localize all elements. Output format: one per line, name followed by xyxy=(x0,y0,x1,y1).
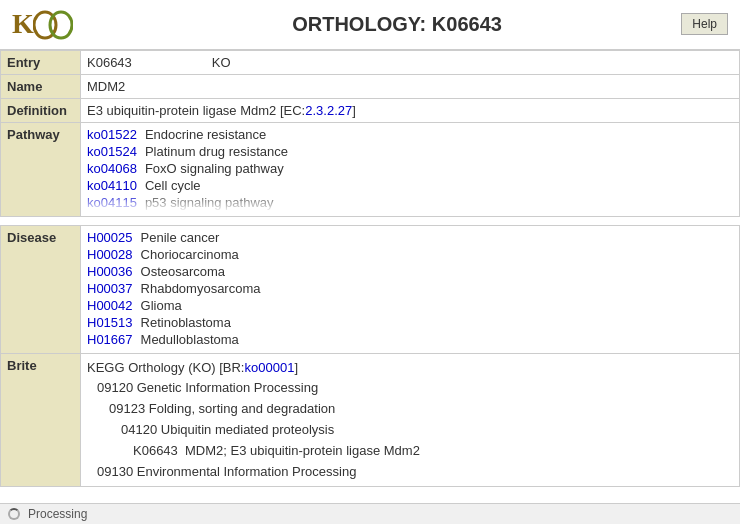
disease-desc: Choriocarcinoma xyxy=(141,247,239,262)
main-table: Entry K06643 KO Name MDM2 Definition E3 … xyxy=(0,50,740,488)
list-item: ko04068 FoxO signaling pathway xyxy=(87,161,733,176)
pathway-link[interactable]: ko04115 xyxy=(87,195,137,210)
disease-desc: Glioma xyxy=(141,298,182,313)
definition-label: Definition xyxy=(1,98,81,122)
pathway-desc: p53 signaling pathway xyxy=(145,195,274,210)
pathway-link[interactable]: ko04110 xyxy=(87,178,137,193)
logo-gg xyxy=(33,8,73,41)
logo-area: K xyxy=(12,8,73,41)
pathway-link[interactable]: ko01522 xyxy=(87,127,137,142)
disease-link[interactable]: H01667 xyxy=(87,332,133,347)
pathway-desc: Endocrine resistance xyxy=(145,127,266,142)
disease-desc: Penile cancer xyxy=(141,230,220,245)
disease-link[interactable]: H00036 xyxy=(87,264,133,279)
name-row: Name MDM2 xyxy=(1,74,740,98)
pathway-link[interactable]: ko01524 xyxy=(87,144,137,159)
pathway-row: Pathway ko01522 Endocrine resistance ko0… xyxy=(1,122,740,216)
brite-row: Brite KEGG Orthology (KO) [BR:ko00001] 0… xyxy=(1,353,740,487)
pathway-desc: Platinum drug resistance xyxy=(145,144,288,159)
brite-content: KEGG Orthology (KO) [BR:ko00001] 09120 G… xyxy=(87,358,733,483)
list-item: ko01522 Endocrine resistance xyxy=(87,127,733,142)
pathway-link[interactable]: ko04068 xyxy=(87,161,137,176)
disease-desc: Rhabdomyosarcoma xyxy=(141,281,261,296)
disease-value: H00025 Penile cancer H00028 Choriocarcin… xyxy=(81,225,740,353)
entry-value: K06643 KO xyxy=(81,50,740,74)
pathway-desc: Cell cycle xyxy=(145,178,201,193)
pathway-label: Pathway xyxy=(1,122,81,216)
name-label: Name xyxy=(1,74,81,98)
disease-link[interactable]: H00025 xyxy=(87,230,133,245)
disease-label: Disease xyxy=(1,225,81,353)
disease-link[interactable]: H01513 xyxy=(87,315,133,330)
disease-link[interactable]: H00037 xyxy=(87,281,133,296)
pathway-value: ko01522 Endocrine resistance ko01524 Pla… xyxy=(81,122,740,216)
entry-type: KO xyxy=(212,55,231,70)
list-item: K06643 MDM2; E3 ubiquitin-protein ligase… xyxy=(87,441,733,462)
list-item: H01667 Medulloblastoma xyxy=(87,332,733,347)
processing-spinner xyxy=(8,508,20,520)
ec-link[interactable]: 2.3.2.27 xyxy=(305,103,352,118)
help-button[interactable]: Help xyxy=(681,13,728,35)
brite-value: KEGG Orthology (KO) [BR:ko00001] 09120 G… xyxy=(81,353,740,487)
disease-link[interactable]: H00028 xyxy=(87,247,133,262)
spacer-row xyxy=(1,216,740,225)
list-item: H00036 Osteosarcoma xyxy=(87,264,733,279)
pathway-container: ko01522 Endocrine resistance ko01524 Pla… xyxy=(87,127,733,212)
entry-label: Entry xyxy=(1,50,81,74)
processing-label: Processing xyxy=(28,507,87,521)
brite-label: Brite xyxy=(1,353,81,487)
list-item: ko04115 p53 signaling pathway xyxy=(87,195,733,210)
list-item: 09120 Genetic Information Processing xyxy=(87,378,733,399)
list-item: H00037 Rhabdomyosarcoma xyxy=(87,281,733,296)
brite-link[interactable]: ko00001 xyxy=(245,360,295,375)
list-item: ko01524 Platinum drug resistance xyxy=(87,144,733,159)
definition-value: E3 ubiquitin-protein ligase Mdm2 [EC:2.3… xyxy=(81,98,740,122)
list-item: KEGG Orthology (KO) [BR:ko00001] xyxy=(87,358,733,379)
list-item: H00025 Penile cancer xyxy=(87,230,733,245)
disease-desc: Retinoblastoma xyxy=(141,315,231,330)
disease-desc: Osteosarcoma xyxy=(141,264,226,279)
logo-kf: K xyxy=(12,8,33,40)
svg-point-1 xyxy=(50,12,72,38)
list-item: H00028 Choriocarcinoma xyxy=(87,247,733,262)
list-item: H01513 Retinoblastoma xyxy=(87,315,733,330)
entry-row: Entry K06643 KO xyxy=(1,50,740,74)
disease-desc: Medulloblastoma xyxy=(141,332,239,347)
definition-text: E3 ubiquitin-protein ligase Mdm2 [EC: xyxy=(87,103,305,118)
list-item: H00042 Glioma xyxy=(87,298,733,313)
status-bar: Processing xyxy=(0,503,740,524)
list-item: 04120 Ubiquitin mediated proteolysis xyxy=(87,420,733,441)
disease-row: Disease H00025 Penile cancer H00028 Chor… xyxy=(1,225,740,353)
definition-row: Definition E3 ubiquitin-protein ligase M… xyxy=(1,98,740,122)
list-item: ko04110 Cell cycle xyxy=(87,178,733,193)
name-value: MDM2 xyxy=(81,74,740,98)
pathway-desc: FoxO signaling pathway xyxy=(145,161,284,176)
page-title: ORTHOLOGY: K06643 xyxy=(292,13,502,36)
header: K ORTHOLOGY: K06643 Help xyxy=(0,0,740,50)
disease-link[interactable]: H00042 xyxy=(87,298,133,313)
list-item: 09130 Environmental Information Processi… xyxy=(87,462,733,483)
list-item: 09123 Folding, sorting and degradation xyxy=(87,399,733,420)
entry-id: K06643 xyxy=(87,55,132,70)
